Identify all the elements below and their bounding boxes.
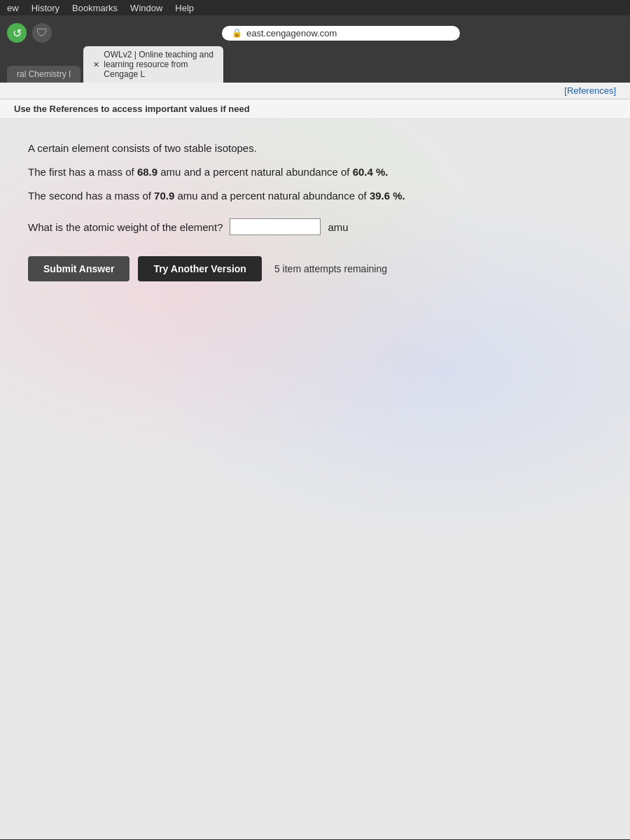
first-isotope-text: The first has a mass of <box>28 166 134 178</box>
address-text: east.cengagenow.com <box>246 28 337 38</box>
answer-unit: amu <box>328 221 348 233</box>
tab-chemistry-label: ral Chemistry I <box>17 69 71 79</box>
menu-item-bookmarks[interactable]: Bookmarks <box>72 3 118 13</box>
tab-close-icon[interactable]: ✕ <box>93 60 99 69</box>
menu-bar: ew History Bookmarks Window Help <box>0 0 630 15</box>
reload-button[interactable]: ↺ <box>7 23 27 43</box>
page-toolbar: [References] <box>0 83 630 99</box>
second-abundance-prefix: and a percent natural abundance of <box>201 190 367 202</box>
answer-input[interactable] <box>230 218 321 235</box>
tab-chemistry[interactable]: ral Chemistry I <box>7 66 80 83</box>
nav-bar: ↺ 🛡 🔒 east.cengagenow.com <box>0 20 630 46</box>
references-link[interactable]: [References] <box>564 85 616 96</box>
buttons-row: Submit Answer Try Another Version 5 item… <box>28 256 602 281</box>
second-mass: 70.9 <box>154 190 174 202</box>
question-content: A certain element consists of two stable… <box>0 119 630 539</box>
try-another-button[interactable]: Try Another Version <box>138 256 262 281</box>
question-intro: A certain element consists of two stable… <box>28 140 602 204</box>
browser-chrome: ↺ 🛡 🔒 east.cengagenow.com ral Chemistry … <box>0 15 630 83</box>
references-notice: Use the References to access important v… <box>0 99 630 119</box>
first-abundance-prefix: and a percent natural abundance of <box>184 166 350 178</box>
first-abundance: 60.4 %. <box>353 166 388 178</box>
question-label: What is the atomic weight of the element… <box>28 221 223 233</box>
menu-item-window[interactable]: Window <box>130 3 162 13</box>
tab-owlv2[interactable]: ✕ OWLv2 | Online teaching and learning r… <box>83 46 223 83</box>
first-mass-unit: amu <box>160 166 183 178</box>
menu-item-history[interactable]: History <box>31 3 59 13</box>
address-bar[interactable]: 🔒 east.cengagenow.com <box>222 26 460 41</box>
nav-buttons: ↺ 🛡 <box>7 23 52 43</box>
tab-bar: ral Chemistry I ✕ OWLv2 | Online teachin… <box>0 46 630 83</box>
menu-item-help[interactable]: Help <box>175 3 194 13</box>
browser-content: [References] Use the References to acces… <box>0 83 630 840</box>
address-bar-container: 🔒 east.cengagenow.com <box>59 26 623 41</box>
submit-answer-button[interactable]: Submit Answer <box>28 256 130 281</box>
tab-owlv2-label: OWLv2 | Online teaching and learning res… <box>104 50 214 79</box>
second-isotope-text: The second has a mass of <box>28 190 151 202</box>
first-mass: 68.9 <box>137 166 158 178</box>
menu-item-ew[interactable]: ew <box>7 3 19 13</box>
attempts-count: 5 <box>274 263 280 274</box>
references-notice-text: Use the References to access important v… <box>14 104 250 114</box>
second-mass-unit: amu <box>177 190 200 202</box>
attempts-remaining-text: 5 item attempts remaining <box>274 263 387 274</box>
second-abundance: 39.6 %. <box>370 190 405 202</box>
attempts-suffix: item attempts remaining <box>283 263 387 274</box>
shield-button[interactable]: 🛡 <box>32 23 52 43</box>
answer-row: What is the atomic weight of the element… <box>28 218 602 235</box>
lock-icon: 🔒 <box>232 28 242 38</box>
intro-text: A certain element consists of two stable… <box>28 142 257 154</box>
